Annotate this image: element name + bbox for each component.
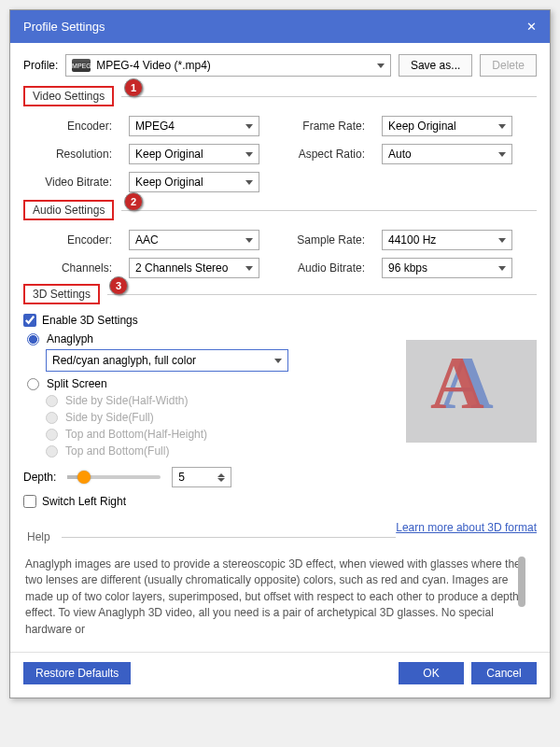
scroll-thumb[interactable] — [518, 557, 525, 607]
framerate-select[interactable]: Keep Original — [382, 116, 512, 136]
tb-full-label: Top and Bottom(Full) — [65, 444, 169, 458]
anaglyph-preview-icon: AA — [434, 354, 509, 429]
switch-lr-label: Switch Left Right — [42, 495, 126, 508]
3d-settings-header: 3D Settings 3 — [23, 284, 537, 304]
3d-preview: AA — [406, 340, 537, 443]
audio-bitrate-select[interactable]: 96 kbps — [382, 258, 512, 278]
video-bitrate-select[interactable]: Keep Original — [129, 172, 259, 192]
chevron-down-icon — [498, 152, 506, 157]
framerate-label: Frame Rate: — [276, 120, 365, 133]
tb-half-radio — [46, 429, 58, 441]
tb-half-label: Top and Bottom(Half-Height) — [65, 428, 207, 441]
mpeg-icon: MPEG — [72, 59, 91, 72]
aspect-label: Aspect Ratio: — [276, 148, 365, 161]
scrollbar[interactable] — [516, 555, 525, 637]
depth-slider[interactable] — [67, 475, 161, 479]
badge-1: 1 — [124, 78, 143, 97]
encoder-label: Encoder: — [23, 120, 112, 133]
chevron-down-icon — [498, 238, 506, 243]
footer: Restore Defaults OK Cancel — [10, 652, 550, 698]
channels-select[interactable]: 2 Channels Stereo — [129, 258, 259, 278]
chevron-down-icon — [498, 124, 506, 129]
resolution-label: Resolution: — [23, 148, 112, 161]
titlebar: Profile Settings ✕ — [10, 10, 550, 43]
audio-settings-title: Audio Settings — [23, 200, 114, 220]
enable-3d-label: Enable 3D Settings — [42, 314, 138, 327]
sbs-full-label: Side by Side(Full) — [65, 411, 154, 424]
chevron-down-icon — [274, 359, 282, 363]
restore-defaults-button[interactable]: Restore Defaults — [23, 662, 131, 684]
3d-settings-title: 3D Settings — [23, 284, 100, 304]
depth-label: Depth: — [23, 471, 56, 484]
chevron-down-icon — [498, 266, 506, 271]
chevron-down-icon — [245, 124, 253, 129]
chevron-down-icon — [377, 63, 385, 68]
chevron-down-icon — [245, 266, 253, 271]
chevron-down-icon — [245, 238, 253, 243]
badge-2: 2 — [124, 192, 143, 211]
profile-row: Profile: MPEG MPEG-4 Video (*.mp4) Save … — [23, 54, 537, 77]
split-screen-radio[interactable] — [27, 378, 39, 390]
resolution-select[interactable]: Keep Original — [129, 144, 259, 164]
help-text: Anaglyph images are used to provide a st… — [23, 555, 537, 637]
anaglyph-radio[interactable] — [27, 333, 39, 345]
chevron-down-icon — [245, 152, 253, 157]
profile-settings-window: Profile Settings ✕ Profile: MPEG MPEG-4 … — [9, 9, 551, 698]
tb-full-radio — [46, 445, 58, 458]
sbs-full-radio — [46, 412, 58, 424]
video-settings-header: Video Settings 1 — [23, 86, 537, 106]
delete-button: Delete — [480, 54, 537, 77]
chevron-down-icon — [245, 180, 253, 185]
close-icon[interactable]: ✕ — [526, 20, 537, 34]
audio-bitrate-label: Audio Bitrate: — [276, 261, 365, 275]
samplerate-label: Sample Rate: — [276, 233, 365, 247]
sbs-half-radio — [46, 395, 58, 407]
channels-label: Channels: — [23, 261, 112, 275]
depth-spinner[interactable]: 5 — [172, 467, 231, 487]
video-bitrate-label: Video Bitrate: — [23, 176, 112, 189]
split-screen-label: Split Screen — [47, 377, 107, 390]
badge-3: 3 — [109, 276, 128, 295]
audio-settings-header: Audio Settings 2 — [23, 200, 537, 220]
cancel-button[interactable]: Cancel — [471, 662, 537, 684]
anaglyph-label: Anaglyph — [47, 332, 93, 345]
enable-3d-checkbox[interactable] — [23, 314, 36, 327]
audio-encoder-label: Encoder: — [23, 233, 112, 247]
aspect-select[interactable]: Auto — [382, 144, 512, 164]
profile-select[interactable]: MPEG MPEG-4 Video (*.mp4) — [65, 54, 391, 77]
profile-value: MPEG-4 Video (*.mp4) — [96, 59, 211, 72]
help-header: Help — [23, 529, 396, 545]
window-title: Profile Settings — [23, 20, 105, 34]
profile-label: Profile: — [23, 59, 58, 72]
save-as-button[interactable]: Save as... — [399, 54, 472, 77]
video-settings-title: Video Settings — [23, 86, 114, 106]
audio-encoder-select[interactable]: AAC — [129, 230, 259, 250]
samplerate-select[interactable]: 44100 Hz — [382, 230, 512, 250]
ok-button[interactable]: OK — [399, 662, 464, 684]
switch-lr-checkbox[interactable] — [23, 495, 36, 508]
learn-more-link[interactable]: Learn more about 3D format — [396, 521, 537, 534]
anaglyph-mode-select[interactable]: Red/cyan anaglyph, full color — [46, 349, 288, 372]
video-encoder-select[interactable]: MPEG4 — [129, 116, 259, 136]
sbs-half-label: Side by Side(Half-Width) — [65, 394, 188, 407]
help-title: Help — [23, 529, 54, 545]
